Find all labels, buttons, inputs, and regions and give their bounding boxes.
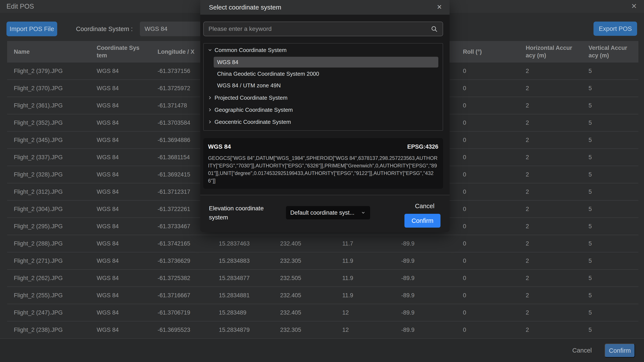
- table-row[interactable]: Flight_2 (255).JPGWGS 84-61.371666715.28…: [7, 287, 638, 304]
- table-cell: 5: [582, 114, 638, 131]
- table-cell: 15.2834879: [212, 322, 274, 338]
- table-cell: Flight_2 (255).JPG: [7, 287, 90, 304]
- crs-wkt-text: GEOGCS["WGS 84",DATUM["WGS_1984",SPHEROI…: [208, 154, 438, 185]
- table-cell: 2: [519, 132, 582, 148]
- modal-confirm-button[interactable]: Confirm: [404, 214, 440, 228]
- table-row[interactable]: Flight_2 (271).JPGWGS 84-61.373662915.28…: [7, 252, 638, 270]
- table-cell: 0: [456, 322, 519, 338]
- table-cell: WGS 84: [90, 218, 151, 235]
- table-cell: 0: [456, 132, 519, 148]
- table-cell: 12: [336, 322, 394, 338]
- table-cell: 2: [519, 166, 582, 183]
- table-cell: 2: [519, 183, 582, 200]
- table-cell: 232.405: [274, 287, 336, 304]
- chevron-down-icon: [361, 210, 366, 215]
- table-cell: WGS 84: [90, 304, 151, 321]
- table-cell: 0: [456, 201, 519, 217]
- table-cell: 0: [456, 166, 519, 183]
- table-cell: WGS 84: [90, 252, 151, 269]
- table-row[interactable]: Flight_2 (238).JPGWGS 84-61.369552315.28…: [7, 322, 638, 339]
- tree-node[interactable]: Projected Coordinate System: [204, 92, 443, 104]
- elevation-coordinate-dropdown[interactable]: Default coordinate syst...: [286, 206, 370, 219]
- export-pos-button[interactable]: Export POS: [594, 21, 637, 36]
- table-cell: 0: [456, 183, 519, 200]
- close-icon[interactable]: ×: [631, 0, 637, 13]
- search-icon: [430, 25, 438, 32]
- table-cell: 5: [582, 304, 638, 321]
- elevation-coordinate-value: Default coordinate syst...: [290, 209, 354, 216]
- table-cell: -61.3742165: [151, 235, 212, 252]
- table-row[interactable]: Flight_2 (262).JPGWGS 84-61.372538215.28…: [7, 270, 638, 287]
- table-cell: 0: [456, 218, 519, 235]
- table-cell: 11.9: [336, 270, 394, 287]
- table-cell: 232.505: [274, 270, 336, 287]
- table-cell: Flight_2 (271).JPG: [7, 252, 90, 269]
- tree-node[interactable]: Geocentric Coordinate System: [204, 116, 443, 128]
- table-cell: Flight_2 (262).JPG: [7, 270, 90, 287]
- modal-close-icon[interactable]: ×: [437, 0, 442, 15]
- crs-detail-header: WGS 84 EPSG:4326: [208, 143, 438, 150]
- chevron-right-icon: [207, 107, 213, 113]
- tree-leaf[interactable]: China Geodetic Coordinate System 2000: [214, 68, 438, 79]
- table-cell: 232.405: [274, 235, 336, 252]
- table-cell: -61.3725382: [151, 270, 212, 287]
- table-cell: 15.2837463: [212, 235, 274, 252]
- crs-epsg-code: EPSG:4326: [407, 143, 438, 150]
- table-cell: 2: [519, 322, 582, 338]
- edit-pos-dialog: Edit POS × Import POS File Coordinate Sy…: [0, 0, 644, 362]
- table-cell: 232.305: [274, 252, 336, 269]
- table-cell: 0: [456, 304, 519, 321]
- table-cell: 0: [456, 149, 519, 166]
- table-cell: 2: [519, 62, 582, 79]
- table-cell: 0: [456, 252, 519, 269]
- table-cell: WGS 84: [90, 97, 151, 114]
- table-cell: 0: [456, 287, 519, 304]
- table-row[interactable]: Flight_2 (288).JPGWGS 84-61.374216515.28…: [7, 235, 638, 252]
- table-cell: Flight_2 (288).JPG: [7, 235, 90, 252]
- cancel-button[interactable]: Cancel: [572, 339, 592, 362]
- table-cell: Flight_2 (337).JPG: [7, 149, 90, 166]
- table-cell: WGS 84: [90, 270, 151, 287]
- table-cell: Flight_2 (361).JPG: [7, 97, 90, 114]
- table-cell: 2: [519, 304, 582, 321]
- confirm-button[interactable]: Confirm: [605, 344, 635, 358]
- search-input[interactable]: Please enter a keyword: [203, 21, 443, 36]
- table-cell: 0: [456, 235, 519, 252]
- table-cell: 5: [582, 183, 638, 200]
- select-coordinate-system-modal: Select coordinate system × Please enter …: [200, 0, 450, 232]
- chevron-right-icon: [207, 119, 213, 125]
- table-cell: Flight_2 (370).JPG: [7, 80, 90, 97]
- table-cell: 5: [582, 149, 638, 166]
- table-cell: 2: [519, 252, 582, 269]
- table-cell: WGS 84: [90, 149, 151, 166]
- table-cell: 15.2834883: [212, 252, 274, 269]
- table-cell: WGS 84: [90, 322, 151, 338]
- table-cell: 15.2834881: [212, 287, 274, 304]
- table-cell: 5: [582, 322, 638, 338]
- coordinate-tree: Common Coordinate SystemWGS 84China Geod…: [203, 43, 443, 131]
- tree-node[interactable]: Geographic Coordinate System: [204, 104, 443, 116]
- tree-leaf-selected[interactable]: WGS 84: [214, 57, 438, 67]
- modal-cancel-button[interactable]: Cancel: [415, 203, 434, 210]
- table-cell: 5: [582, 97, 638, 114]
- table-cell: 11.7: [336, 235, 394, 252]
- column-header: Name: [7, 41, 90, 62]
- chevron-right-icon: [207, 95, 213, 100]
- table-cell: 0: [456, 80, 519, 97]
- table-cell: 5: [582, 132, 638, 148]
- table-cell: Flight_2 (238).JPG: [7, 322, 90, 338]
- table-cell: -89.9: [394, 304, 456, 321]
- table-cell: 0: [456, 62, 519, 79]
- table-cell: -61.3716667: [151, 287, 212, 304]
- table-cell: 232.405: [274, 304, 336, 321]
- import-pos-button[interactable]: Import POS File: [6, 21, 57, 36]
- table-row[interactable]: Flight_2 (247).JPGWGS 84-61.370671915.28…: [7, 304, 638, 322]
- table-cell: 2: [519, 218, 582, 235]
- tree-node[interactable]: Common Coordinate System: [204, 44, 443, 56]
- table-cell: 5: [582, 201, 638, 217]
- table-cell: 2: [519, 114, 582, 131]
- table-cell: 5: [582, 218, 638, 235]
- table-cell: 5: [582, 270, 638, 287]
- table-cell: 5: [582, 252, 638, 269]
- tree-leaf[interactable]: WGS 84 / UTM zone 49N: [214, 80, 438, 91]
